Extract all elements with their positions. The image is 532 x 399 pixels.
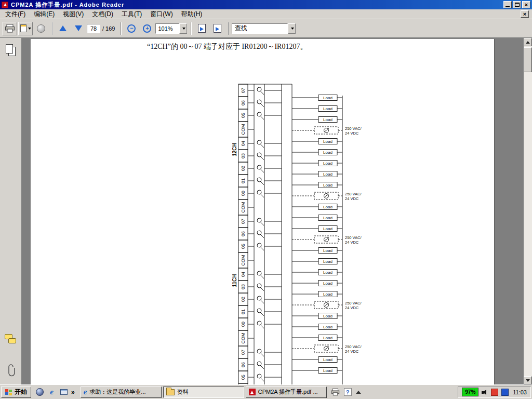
media-player-button[interactable] <box>35 388 44 396</box>
scroll-down-button[interactable] <box>524 376 532 384</box>
navigation-pane <box>0 38 22 384</box>
menu-help[interactable]: 帮助(H) <box>177 9 207 20</box>
speaker-icon[interactable] <box>482 389 488 395</box>
previous-page-button[interactable] <box>56 22 70 35</box>
terminal-label: 02 <box>241 297 246 302</box>
menu-edit[interactable]: 编辑(E) <box>30 9 59 20</box>
save-copy-button[interactable] <box>18 22 33 35</box>
dropdown-arrow-icon <box>28 28 31 30</box>
channel-label: 12CH <box>232 143 237 156</box>
menu-document[interactable]: 文档(D) <box>88 9 117 20</box>
fit-width-button[interactable] <box>194 22 209 35</box>
load-label: Load <box>323 314 332 318</box>
menubar-close-button[interactable]: × <box>521 10 529 18</box>
zoom-dropdown-button[interactable] <box>179 23 187 34</box>
pages-icon <box>6 44 16 57</box>
terminal-label: COM <box>241 255 246 266</box>
internet-explorer-button[interactable]: e <box>47 388 56 396</box>
pdf-icon <box>249 389 256 395</box>
menu-window[interactable]: 窗口(W) <box>146 9 177 20</box>
start-button[interactable]: 开始 <box>1 387 31 398</box>
window-title: CPM2A 操作手册.pdf - Adobe Reader <box>11 1 502 9</box>
toolbar-separator <box>228 22 229 35</box>
page-heading-text: “12CH”的 00～07 端子对应于 IR01200～IR01207。 <box>147 42 307 51</box>
next-page-button[interactable] <box>71 22 86 35</box>
task-button-forum[interactable]: e 求助：这是我的毕业... <box>81 387 162 398</box>
paperclip-icon <box>7 363 15 377</box>
task-button-folder[interactable]: 资料 <box>163 387 244 398</box>
voltage-label: 24 VDC <box>345 305 359 310</box>
terminal-label: 05 <box>241 244 246 249</box>
pages-panel-button[interactable] <box>4 43 18 58</box>
terminal-label: 07 <box>241 350 246 355</box>
contact-lever <box>260 116 264 119</box>
voltage-label: 24 VDC <box>345 240 359 245</box>
load-label: Load <box>323 183 332 188</box>
toolbar-separator <box>191 22 192 35</box>
task-button-pdf[interactable]: CPM2A 操作手册.pdf ... <box>246 387 327 398</box>
page-number-input[interactable] <box>87 24 100 33</box>
load-label: Load <box>323 139 332 144</box>
load-label: Load <box>323 368 332 373</box>
minimize-icon <box>506 6 510 7</box>
document-area[interactable]: “12CH”的 00～07 端子对应于 IR01200～IR01207。 070… <box>22 38 523 384</box>
attachments-panel-button[interactable] <box>4 363 18 377</box>
terminal-label: 00 <box>241 322 246 327</box>
show-desktop-button[interactable] <box>59 388 68 396</box>
contact-symbol <box>257 165 261 169</box>
load-label: Load <box>323 227 332 231</box>
menu-file[interactable]: 文件(F) <box>1 9 30 20</box>
contact-lever <box>260 222 264 225</box>
zoom-out-button[interactable]: − <box>124 22 139 35</box>
minimize-button[interactable] <box>503 1 512 8</box>
contact-lever <box>260 300 264 303</box>
battery-indicator[interactable]: 97% <box>462 388 478 396</box>
terminal-label: 04 <box>241 141 246 146</box>
tray-icon-red[interactable] <box>491 389 498 396</box>
hide-icons-chevron[interactable] <box>356 391 361 394</box>
voltage-label: 24 VDC <box>345 196 359 201</box>
menu-view[interactable]: 视图(V) <box>59 9 88 20</box>
scroll-up-button[interactable] <box>524 38 532 46</box>
load-label: Load <box>323 117 332 122</box>
hand-tool-button[interactable] <box>34 22 48 35</box>
menu-tools[interactable]: 工具(T) <box>117 9 146 20</box>
scrollbar-thumb[interactable] <box>524 47 532 72</box>
quick-launch-bar: e » <box>31 388 79 396</box>
find-dropdown-button[interactable] <box>288 23 296 34</box>
tray-printer-icon[interactable] <box>331 388 340 396</box>
taskbar-clock[interactable]: 11:03 <box>512 389 527 395</box>
find-input[interactable] <box>232 23 288 34</box>
terminal-label: 01 <box>241 178 246 183</box>
contact-symbol <box>257 178 261 182</box>
voltage-label: 250 VAC/ <box>345 301 362 305</box>
comments-panel-button[interactable] <box>4 332 18 347</box>
load-label: Load <box>323 248 332 253</box>
channel-label: 11CH <box>232 274 237 287</box>
restore-button[interactable] <box>513 1 521 8</box>
voltage-label: 250 VAC/ <box>345 126 362 131</box>
zoom-in-button[interactable]: + <box>140 22 154 35</box>
contact-lever <box>260 353 264 356</box>
fit-page-button[interactable] <box>210 22 224 35</box>
zoom-level-box[interactable]: 101% <box>155 23 179 34</box>
task-label: 资料 <box>177 388 189 396</box>
load-label: Load <box>323 172 332 177</box>
title-bar[interactable]: CPM2A 操作手册.pdf - Adobe Reader × <box>0 0 532 9</box>
contact-symbol <box>257 309 261 313</box>
voltage-label: 250 VAC/ <box>345 192 362 196</box>
voltage-label: 24 VDC <box>345 131 359 136</box>
scroll-down-icon <box>526 379 530 382</box>
contact-symbol <box>257 296 261 300</box>
tray-icon-blue[interactable] <box>501 389 509 396</box>
close-button[interactable]: × <box>522 1 530 8</box>
print-button[interactable] <box>3 22 17 35</box>
contact-symbol <box>257 87 261 91</box>
contact-lever <box>260 156 264 160</box>
help-icon[interactable]: ? <box>344 388 352 396</box>
quick-launch-overflow-chevron[interactable]: » <box>71 389 75 396</box>
contact-symbol <box>257 349 261 353</box>
show-desktop-icon <box>60 389 68 395</box>
vertical-scrollbar[interactable] <box>523 38 532 384</box>
contact-lever <box>260 169 264 172</box>
